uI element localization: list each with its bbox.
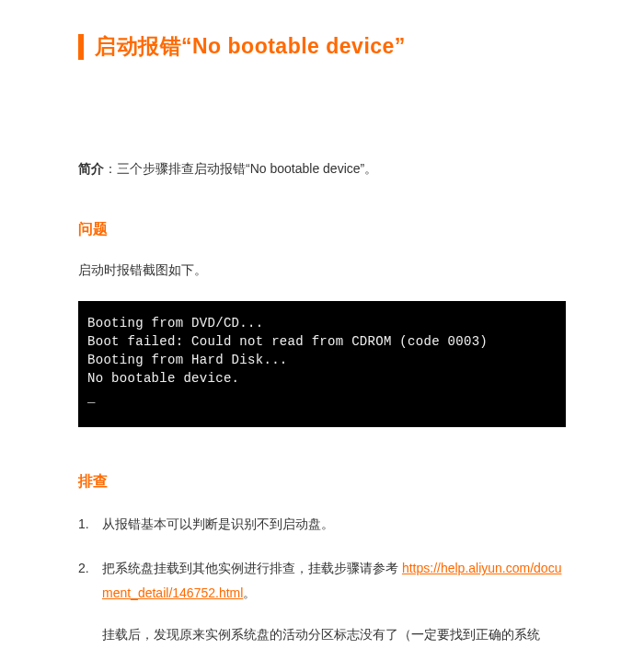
list-item-text-before: 把系统盘挂载到其他实例进行排查，挂载步骤请参考 xyxy=(102,561,402,575)
list-item-text-after: 。 xyxy=(243,585,256,600)
problem-body-text: 启动时报错截图如下。 xyxy=(78,259,566,282)
intro-text: ：三个步骤排查启动报错“No bootable device”。 xyxy=(104,161,377,176)
investigate-list: 从报错基本可以判断是识别不到启动盘。 把系统盘挂载到其他实例进行排查，挂载步骤请… xyxy=(78,512,566,649)
intro-label: 简介 xyxy=(78,161,104,176)
terminal-screenshot: Booting from DVD/CD... Boot failed: Coul… xyxy=(78,301,566,427)
title-accent-bar xyxy=(78,34,84,60)
section-heading-investigate: 排查 xyxy=(78,469,566,495)
section-heading-problem: 问题 xyxy=(78,216,566,243)
list-item-text: 从报错基本可以判断是识别不到启动盘。 xyxy=(102,516,334,531)
list-item: 从报错基本可以判断是识别不到启动盘。 xyxy=(78,512,566,537)
page-title-section: 启动报错“No bootable device” xyxy=(78,28,566,65)
page-title: 启动报错“No bootable device” xyxy=(95,28,406,65)
intro-line: 简介：三个步骤排查启动报错“No bootable device”。 xyxy=(78,157,566,180)
list-item: 把系统盘挂载到其他实例进行排查，挂载步骤请参考 https://help.ali… xyxy=(78,556,566,649)
list-item-subparagraph: 挂载后，发现原来实例系统盘的活动分区标志没有了（一定要找到正确的系统盘！！！需要… xyxy=(102,622,566,649)
